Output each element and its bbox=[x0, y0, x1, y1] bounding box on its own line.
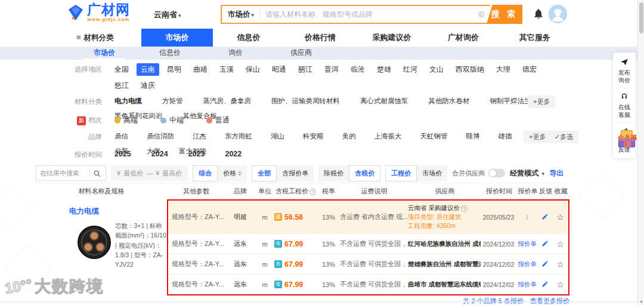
subnav-tab[interactable]: 市场价 bbox=[83, 47, 125, 60]
material-catalog-menu[interactable]: ≡材料分类 bbox=[76, 33, 114, 43]
favorite-star-icon[interactable]: ☆ bbox=[552, 239, 568, 249]
quote-link[interactable]: 报价单 bbox=[516, 240, 538, 248]
time-option[interactable]: 2024 bbox=[147, 149, 172, 159]
search-category-dropdown[interactable]: 市场价▾ bbox=[222, 10, 260, 20]
quote-link[interactable]: 报价单 bbox=[516, 281, 538, 289]
row-supplier[interactable]: 楚雄彝族自治州 成都智慧远东线... bbox=[408, 260, 481, 269]
copyright-icon[interactable]: © bbox=[472, 10, 490, 19]
nav-tab[interactable]: 价格行情 bbox=[284, 29, 356, 47]
table-row[interactable]: 规格型号：ZA-Y... 远东 m 市 67.99 13% 不含运费 可供货全国… bbox=[168, 233, 568, 254]
business-mode-dropdown[interactable]: 经营模式 ▾ bbox=[510, 168, 544, 178]
brand-option[interactable]: 湖山 bbox=[267, 131, 289, 142]
brand-option[interactable]: 美的 bbox=[338, 131, 360, 142]
grade-option[interactable]: 高端 bbox=[110, 114, 142, 127]
brand-option[interactable]: 江杰 bbox=[188, 131, 210, 142]
search-input[interactable] bbox=[261, 10, 472, 19]
nav-tab[interactable]: 其它服务 bbox=[499, 29, 571, 47]
tax-excluded[interactable]: 除税价 bbox=[318, 165, 349, 181]
export-button[interactable]: 导出 bbox=[549, 168, 564, 178]
scrollbar-thumb[interactable] bbox=[639, 2, 643, 33]
category-more-button[interactable]: +更多 bbox=[528, 95, 555, 108]
grade-option[interactable]: 中端 bbox=[156, 114, 188, 127]
subnav-tab[interactable]: 信息价 bbox=[149, 47, 191, 60]
region-option[interactable]: 昆明 bbox=[163, 63, 185, 76]
material-name-link[interactable]: 电力电缆 bbox=[69, 207, 99, 217]
region-option[interactable]: 楚雄 bbox=[373, 63, 395, 76]
price-type-project[interactable]: 工程价 bbox=[385, 165, 417, 181]
time-option[interactable]: 2023 bbox=[184, 149, 209, 159]
member-benefit-promo[interactable]: 会员福利 bbox=[615, 129, 639, 159]
notification-bell-icon[interactable] bbox=[532, 8, 544, 20]
region-selector[interactable]: 云南省▾ bbox=[154, 10, 181, 20]
region-option[interactable]: 玉溪 bbox=[215, 63, 238, 76]
nav-tab[interactable]: 采购建议价 bbox=[356, 29, 428, 47]
favorite-star-icon[interactable]: ☆ bbox=[552, 212, 568, 222]
favorite-star-icon[interactable]: ☆ bbox=[552, 260, 568, 269]
search-button[interactable]: 搜 索 bbox=[487, 5, 522, 24]
region-option[interactable]: 昭通 bbox=[268, 63, 290, 76]
brand-more-button[interactable]: +更多 bbox=[524, 131, 551, 143]
price-range-filter[interactable]: ¥最低价 — ¥最高价 bbox=[111, 165, 188, 181]
time-option[interactable]: 2025 bbox=[110, 149, 135, 159]
cable-cross-section-image[interactable] bbox=[78, 226, 111, 259]
table-row[interactable]: 规格型号：ZA-Y... 远东 m 市 67.99 13% 不含运费 可供货全国… bbox=[168, 254, 568, 274]
region-option[interactable]: 西双版纳 bbox=[451, 63, 488, 76]
result-search-input[interactable] bbox=[40, 170, 86, 177]
time-option[interactable]: 2022 bbox=[221, 149, 246, 159]
row-supplier[interactable]: 红河哈尼族彝族自治州 成都智慧... bbox=[408, 240, 481, 248]
region-option[interactable]: 红河 bbox=[399, 63, 422, 76]
brand-option[interactable]: 东方雨虹 bbox=[221, 131, 256, 142]
category-option[interactable]: 离心式耐腐蚀泵 bbox=[356, 95, 413, 107]
region-option[interactable]: 德宏 bbox=[518, 63, 541, 76]
price-type-market[interactable]: 市场价 bbox=[417, 165, 447, 181]
scope-with-quote[interactable]: 含报价单 bbox=[277, 165, 314, 181]
nav-tab[interactable]: 广材询价 bbox=[428, 29, 499, 47]
sort-price[interactable]: 价格 bbox=[218, 165, 247, 181]
brand-option[interactable]: 颐博 bbox=[462, 131, 484, 142]
region-option[interactable]: 临沧 bbox=[346, 63, 369, 76]
region-option[interactable]: 云南 bbox=[137, 63, 159, 76]
help-icon[interactable]: ? bbox=[461, 205, 467, 212]
vertical-scrollbar[interactable]: ▼ bbox=[637, 0, 644, 305]
region-option[interactable]: 怒江 bbox=[110, 79, 133, 92]
scope-all[interactable]: 全部 bbox=[252, 165, 277, 181]
view-more-quotes-link[interactable]: 查看更多报价 bbox=[530, 297, 569, 304]
subnav-tab[interactable]: 询价 bbox=[215, 47, 256, 60]
region-option[interactable]: 普洱 bbox=[320, 63, 343, 76]
feedback-pen-icon[interactable] bbox=[538, 281, 552, 289]
feedback-pen-icon[interactable] bbox=[538, 240, 552, 248]
brand-option[interactable]: 科安顺 bbox=[299, 131, 328, 142]
quote-link[interactable]: 报价单 bbox=[516, 260, 538, 269]
region-option[interactable]: 保山 bbox=[242, 63, 264, 76]
table-row[interactable]: 规格型号：ZA-Y... 明超 m 建 56.56 13% 含运费 省内含运费 … bbox=[168, 201, 568, 233]
category-option[interactable]: 围护、运输类周转材料 bbox=[267, 95, 344, 107]
user-avatar[interactable] bbox=[549, 5, 567, 23]
nav-tab[interactable]: 信息价 bbox=[213, 29, 284, 47]
search-icon[interactable] bbox=[93, 170, 101, 177]
brand-option[interactable]: 雄德 bbox=[494, 131, 516, 142]
site-logo[interactable]: 广材网 www.gldjc.com bbox=[67, 3, 130, 22]
online-service-button[interactable]: 在线 客服 bbox=[613, 88, 636, 122]
merge-supplier-toggle[interactable] bbox=[488, 169, 505, 177]
table-row[interactable]: 规格型号：ZA-Y... 远东 m 市 67.99 13% 不含运费 可供货全国… bbox=[168, 274, 568, 294]
brand-option[interactable]: 鼎信 bbox=[110, 131, 132, 142]
region-option[interactable]: 文山 bbox=[425, 63, 448, 76]
publish-inquiry-button[interactable]: 发布 询价 bbox=[613, 54, 636, 88]
category-option[interactable]: 电力电缆 bbox=[110, 95, 146, 107]
category-option[interactable]: 蒸汽房、桑拿房 bbox=[199, 95, 256, 107]
subnav-tab[interactable]: 供应商 bbox=[280, 47, 322, 60]
brand-option[interactable]: 鼎信消防 bbox=[143, 131, 178, 142]
region-option[interactable]: 迪庆 bbox=[137, 79, 159, 92]
region-option[interactable]: 曲靖 bbox=[189, 63, 212, 76]
category-option[interactable]: 其他防水卷材 bbox=[425, 95, 474, 107]
region-option[interactable]: 丽江 bbox=[294, 63, 317, 76]
row-supplier[interactable]: 曲靖市 成都智慧远东线缆销售有... bbox=[408, 281, 481, 289]
region-option[interactable]: 全国 bbox=[110, 63, 133, 76]
feedback-pen-icon[interactable] bbox=[538, 213, 552, 221]
nav-tab[interactable]: 市场价 bbox=[141, 29, 213, 47]
brand-option[interactable]: 天虹钢管 bbox=[416, 131, 452, 142]
tax-included[interactable]: 含税价 bbox=[349, 165, 380, 181]
category-option[interactable]: 方矩管 bbox=[158, 95, 187, 107]
feedback-pen-icon[interactable] bbox=[538, 260, 552, 269]
scrollbar-down-arrow[interactable]: ▼ bbox=[639, 300, 643, 304]
